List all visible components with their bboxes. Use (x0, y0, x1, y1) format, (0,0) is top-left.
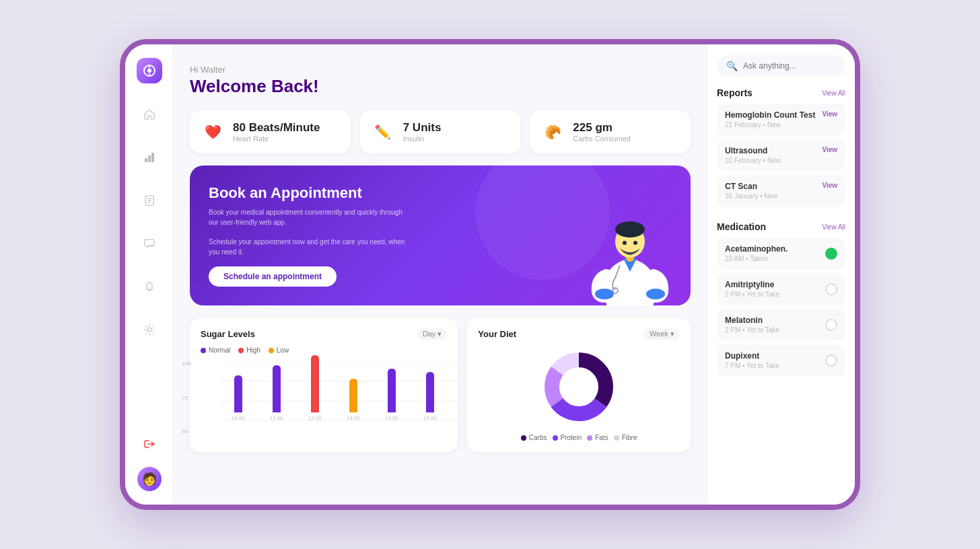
report-view-2[interactable]: View (822, 182, 837, 191)
svg-rect-5 (148, 155, 151, 162)
bar-3 (349, 379, 357, 412)
diet-chart-title: Your Diet (478, 329, 516, 339)
legend-protein: Protein (553, 434, 582, 441)
heartrate-icon: ❤️ (201, 120, 225, 144)
bar-label-2: 12:00 (308, 415, 322, 421)
med-name-1: Amitriptyline (725, 280, 779, 289)
report-item-2: CT Scan View 30 January • New (717, 175, 845, 207)
greeting-sub: Hi Walter (190, 65, 691, 75)
svg-point-21 (646, 289, 665, 299)
banner-desc2: Schedule your appointment now and get th… (209, 237, 411, 257)
bar-0 (234, 375, 242, 412)
sidebar-item-files[interactable] (137, 188, 162, 213)
y-axis-labels: 100 75 50 (182, 361, 190, 435)
med-name-2: Melatonin (725, 316, 779, 325)
carbs-icon: 🥐 (540, 120, 565, 144)
bar-group-1: 11:00 (259, 365, 293, 421)
schedule-button[interactable]: Schedule an appointment (209, 266, 337, 287)
insulin-icon: ✏️ (371, 120, 395, 144)
med-name-0: Acetaminophen. (725, 244, 788, 254)
svg-point-22 (595, 289, 614, 299)
report-meta-1: 10 February • New (725, 157, 837, 164)
donut-legend: Carbs Protein Fats Fibre (521, 434, 637, 441)
heartrate-value: 80 Beats/Minute (233, 121, 320, 135)
user-avatar[interactable]: 🧑 (137, 467, 162, 491)
sidebar: 🧑 (125, 44, 174, 505)
stats-row: ❤️ 80 Beats/Minute Heart Rate ✏️ 7 Units… (190, 110, 691, 153)
svg-point-18 (623, 241, 627, 245)
report-item-1: Ultrasound View 10 February • New (717, 139, 845, 171)
sugar-chart-title: Sugar Levels (201, 329, 255, 339)
stat-card-heartrate: ❤️ 80 Beats/Minute Heart Rate (190, 110, 351, 153)
donut-chart: Carbs Protein Fats Fibre (478, 346, 680, 441)
insulin-label: Insulin (403, 135, 442, 143)
diet-week-filter[interactable]: Week ▾ (644, 328, 680, 340)
right-panel: 🔍 Reports View All Hemoglobin Count Test… (707, 44, 855, 505)
med-toggle-0[interactable] (825, 248, 837, 260)
report-meta-2: 30 January • New (725, 192, 837, 200)
legend-carbs: Carbs (521, 434, 547, 441)
banner-title: Book an Appointment (209, 184, 569, 202)
med-item-0: Acetaminophen. 10 AM • Taken (717, 237, 845, 269)
diet-chart-header: Your Diet Week ▾ (478, 328, 680, 340)
sugar-day-filter[interactable]: Day ▾ (417, 328, 448, 340)
search-bar: 🔍 (717, 55, 845, 77)
med-toggle-1[interactable] (825, 283, 837, 295)
reports-header: Reports View All (717, 87, 845, 98)
report-view-1[interactable]: View (822, 146, 837, 155)
bar-2 (311, 355, 319, 412)
diet-chart-card: Your Diet Week ▾ (467, 318, 691, 452)
heartrate-label: Heart Rate (233, 135, 320, 143)
med-toggle-2[interactable] (825, 319, 837, 331)
report-meta-0: 21 February • New (725, 121, 837, 129)
reports-title: Reports (717, 87, 753, 98)
report-name-2: CT Scan View (725, 182, 837, 191)
insulin-value: 7 Units (403, 121, 442, 135)
medication-header: Medication View All (717, 221, 845, 232)
doctor-illustration (576, 201, 684, 305)
med-meta-2: 2 PM • Yet to Take (725, 326, 779, 334)
sidebar-item-logout[interactable] (137, 432, 162, 456)
bar-chart: 10:0011:0012:0013:0014:0015:00 (221, 361, 447, 435)
bar-group-4: 14:00 (374, 369, 409, 421)
sidebar-item-messages[interactable] (137, 231, 162, 256)
reports-section: Reports View All Hemoglobin Count Test V… (717, 87, 845, 211)
greeting-main: Welcome Back! (190, 76, 691, 97)
med-toggle-3[interactable] (825, 355, 837, 367)
bar-group-2: 12:00 (298, 355, 332, 421)
sugar-legend: Normal High Low (201, 346, 447, 354)
bar-label-4: 14:00 (385, 415, 398, 421)
report-name-0: Hemoglobin Count Test View (725, 110, 837, 120)
sidebar-item-settings[interactable] (137, 318, 162, 342)
bar-5 (426, 372, 434, 412)
search-input[interactable] (743, 61, 844, 71)
bar-group-3: 13:00 (336, 379, 370, 421)
report-view-0[interactable]: View (822, 110, 837, 120)
med-meta-3: 7 PM • Yet to Take (725, 362, 779, 369)
med-name-3: Dupixent (725, 351, 779, 361)
search-icon: 🔍 (726, 61, 738, 71)
medication-title: Medication (717, 221, 766, 232)
bar-label-3: 13:00 (347, 415, 360, 421)
sugar-levels-card: Sugar Levels Day ▾ Normal High Low (190, 318, 458, 452)
carbs-value: 225 gm (573, 121, 631, 135)
bar-group-0: 10:00 (221, 375, 255, 421)
medication-view-all[interactable]: View All (822, 223, 845, 231)
reports-view-all[interactable]: View All (822, 89, 845, 97)
stat-card-carbs: 🥐 225 gm Carbs Consumed (530, 110, 691, 153)
legend-high: High (238, 346, 260, 354)
sidebar-item-notifications[interactable] (137, 274, 162, 299)
sidebar-item-stats[interactable] (137, 145, 162, 170)
legend-normal: Normal (201, 346, 230, 354)
sidebar-item-home[interactable] (137, 102, 162, 126)
svg-rect-6 (151, 153, 154, 162)
stat-card-insulin: ✏️ 7 Units Insulin (360, 110, 521, 153)
bar-label-1: 11:00 (270, 415, 283, 421)
svg-point-19 (633, 241, 637, 245)
tablet-frame: 🧑 Hi Walter Welcome Back! ❤️ 80 Beats/Mi… (120, 39, 860, 510)
svg-point-1 (147, 69, 151, 73)
charts-row: Sugar Levels Day ▾ Normal High Low (190, 318, 691, 452)
med-item-3: Dupixent 7 PM • Yet to Take (717, 344, 845, 376)
sidebar-logo (137, 58, 162, 83)
report-name-1: Ultrasound View (725, 146, 837, 155)
